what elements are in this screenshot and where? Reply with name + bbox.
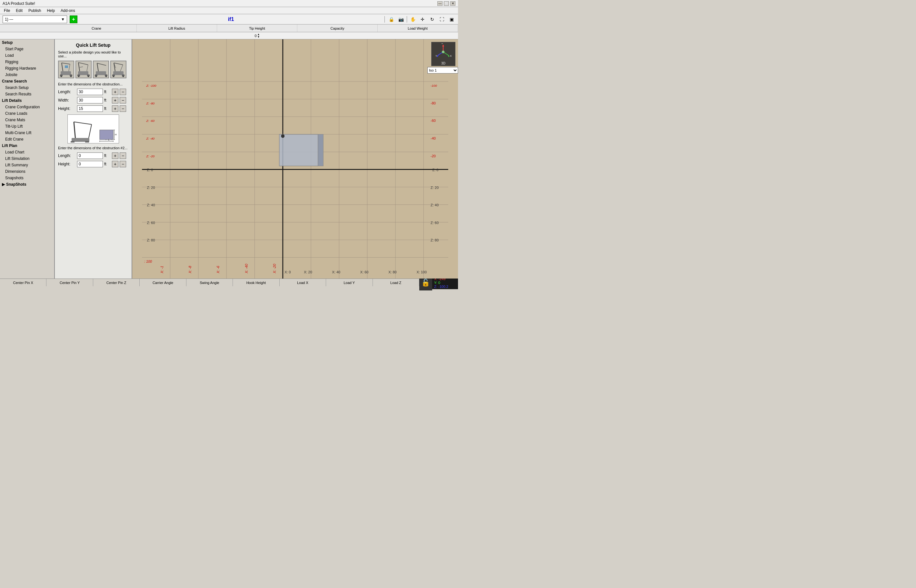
pan-tool-button[interactable]: ✋: [409, 16, 417, 23]
sidebar-item-search-setup[interactable]: Search Setup: [0, 84, 54, 91]
window-tool-button[interactable]: ▣: [448, 16, 455, 23]
height1-decrement-button[interactable]: −: [120, 105, 126, 112]
menu-edit[interactable]: Edit: [13, 8, 25, 13]
sidebar-item-search-results[interactable]: Search Results: [0, 91, 54, 97]
rotate-tool-button[interactable]: ↻: [428, 16, 436, 23]
sidebar-section-lift-plan: Lift Plan: [0, 142, 54, 149]
width1-increment-button[interactable]: +: [112, 97, 118, 103]
nav-3d-label: 3D: [441, 61, 445, 65]
svg-line-12: [87, 65, 88, 71]
sidebar-item-rigging[interactable]: Rigging: [0, 59, 54, 65]
svg-line-1: [61, 63, 63, 71]
width1-input[interactable]: [77, 97, 103, 103]
fullscreen-tool-button[interactable]: ⛶: [438, 16, 446, 23]
sidebar-item-tilt-up-lift[interactable]: Tilt-Up Lift: [0, 123, 54, 129]
sidebar-item-snapshots[interactable]: Snapshots: [0, 175, 54, 181]
length2-unit: ft: [104, 153, 111, 158]
svg-text:X: -6: X: -6: [216, 266, 220, 274]
sidebar-item-edit-crane[interactable]: Edit Crane: [0, 136, 54, 142]
height2-increment-button[interactable]: +: [112, 161, 118, 167]
svg-rect-39: [71, 141, 74, 142]
sidebar-item-dimensions[interactable]: Dimensions: [0, 168, 54, 175]
sidebar-item-load[interactable]: Load: [0, 52, 54, 59]
obstruction1-text: Enter the dimensions of the obstruction.…: [58, 82, 128, 86]
length1-input[interactable]: [77, 89, 103, 95]
height1-label: Height:: [58, 107, 76, 111]
sidebar-item-crane-loads[interactable]: Crane Loads: [0, 110, 54, 117]
close-button[interactable]: ✕: [450, 1, 455, 6]
sidebar-section-lift-details: Lift Details: [0, 97, 54, 104]
crane-option-2[interactable]: [76, 61, 92, 78]
svg-line-20: [97, 63, 106, 65]
height1-input[interactable]: [77, 105, 103, 112]
width1-decrement-button[interactable]: −: [120, 97, 126, 103]
maximize-button[interactable]: ⬜: [444, 1, 449, 6]
move-tool-button[interactable]: ✛: [419, 16, 426, 23]
menu-file[interactable]: File: [1, 8, 13, 13]
status-carrier-angle: Carrier Angle: [140, 279, 186, 286]
length2-increment-button[interactable]: +: [112, 152, 118, 159]
svg-text:Z: Z: [442, 43, 443, 45]
height2-decrement-button[interactable]: −: [120, 161, 126, 167]
svg-text:Z: -40: Z: -40: [146, 137, 154, 140]
svg-text:Z: -60: Z: -60: [146, 119, 154, 123]
sidebar-item-multi-crane-lift[interactable]: Multi-Crane Lift: [0, 129, 54, 136]
sidebar-snapshots-toggle[interactable]: ▶ SnapShots: [0, 181, 54, 187]
lock-tool-button[interactable]: 🔒: [387, 16, 395, 23]
toolbar-tools: 🔒 📷 ✋ ✛ ↻ ⛶ ▣: [387, 16, 455, 23]
sidebar-item-load-chart[interactable]: Load Chart: [0, 149, 54, 155]
svg-text:-20: -20: [430, 154, 436, 158]
view-select-dropdown[interactable]: Iso 1 Iso 2 Top Front Side: [427, 67, 458, 73]
svg-text:Z: 0: Z: 0: [432, 168, 439, 172]
svg-text:Z: 40: Z: 40: [147, 203, 155, 207]
menu-publish[interactable]: Publish: [26, 8, 44, 13]
sidebar-item-crane-configuration[interactable]: Crane Configuration: [0, 104, 54, 110]
view-selector[interactable]: Iso 1 Iso 2 Top Front Side: [427, 67, 458, 73]
col-capacity: Capacity: [298, 24, 378, 32]
svg-text:← L →: ← L →: [105, 138, 113, 141]
svg-text:-100: -100: [430, 84, 437, 87]
spin-arrows[interactable]: ▲ ▼: [257, 33, 260, 38]
3d-nav-widget[interactable]: Z X Y 3D: [431, 42, 455, 66]
sidebar-item-rigging-hardware[interactable]: Rigging Hardware: [0, 65, 54, 71]
length2-input[interactable]: [77, 152, 103, 159]
height2-label: Height:: [58, 162, 76, 166]
dropdown-arrow-icon: ▼: [61, 17, 65, 22]
height2-input[interactable]: [77, 161, 103, 167]
svg-text:X: 100: X: 100: [416, 270, 427, 274]
svg-line-2: [61, 63, 70, 64]
svg-line-27: [114, 63, 115, 71]
width1-row: Width: ft + −: [58, 97, 128, 103]
minimize-button[interactable]: —: [437, 1, 442, 6]
menu-help[interactable]: Help: [44, 8, 57, 13]
svg-text:X: -1: X: -1: [160, 266, 164, 274]
add-button[interactable]: +: [70, 16, 78, 23]
length2-label: Length:: [58, 153, 76, 158]
sidebar-item-lift-simulation[interactable]: Lift Simulation: [0, 155, 54, 162]
height2-row: Height: ft + −: [58, 161, 128, 167]
coord-z: Z: -100.2: [434, 285, 456, 289]
sidebar-item-lift-summary[interactable]: Lift Summary: [0, 162, 54, 168]
col-tip-height: Tip Height: [217, 24, 298, 32]
sidebar-section-setup: Setup: [0, 39, 54, 46]
spin-down-arrow[interactable]: ▼: [257, 36, 260, 38]
menu-addons[interactable]: Add-ons: [58, 8, 78, 13]
main-layout: Setup Start Page Load Rigging Rigging Ha…: [0, 39, 458, 278]
camera-tool-button[interactable]: 📷: [397, 16, 405, 23]
sidebar-item-start-page[interactable]: Start Page: [0, 46, 54, 52]
sidebar-item-crane-mats[interactable]: Crane Mats: [0, 117, 54, 123]
svg-text:-80: -80: [430, 101, 436, 105]
height1-increment-button[interactable]: +: [112, 105, 118, 112]
sidebar-item-jobsite[interactable]: Jobsite: [0, 71, 54, 78]
svg-text:Z: -20: Z: -20: [146, 154, 154, 158]
crane-option-1[interactable]: [58, 61, 74, 78]
svg-rect-40: [85, 141, 89, 142]
crane-option-4[interactable]: [110, 61, 126, 78]
crane-option-3[interactable]: [93, 61, 109, 78]
length1-decrement-button[interactable]: −: [120, 89, 126, 95]
3d-viewport[interactable]: Z: -100 Z: -80 Z: -60 Z: -40 Z: -20 Z: 0…: [132, 39, 458, 278]
project-dropdown[interactable]: 1) --- ▼: [3, 16, 67, 23]
length2-decrement-button[interactable]: −: [120, 152, 126, 159]
svg-text:X: X: [450, 55, 452, 57]
length1-increment-button[interactable]: +: [112, 89, 118, 95]
